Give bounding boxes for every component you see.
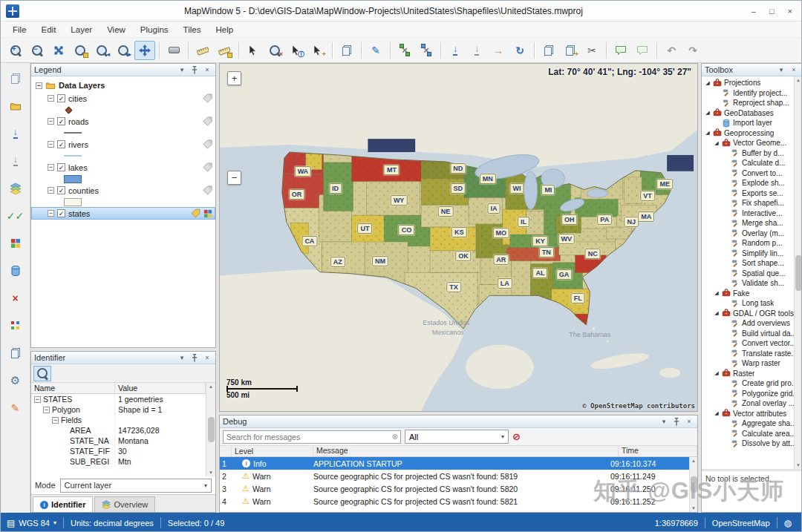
menu-item[interactable]: View: [100, 23, 133, 36]
expander-icon[interactable]: −: [48, 141, 54, 148]
toolbox-item[interactable]: ◢ Long task: [702, 298, 794, 309]
toolbox-item[interactable]: ◢ Build virtual da...: [702, 329, 794, 339]
legend-layer[interactable]: − ✓ lakes: [31, 161, 215, 184]
toolbox-item[interactable]: ◢ Polygonize grid...: [702, 389, 794, 399]
toolbox-item[interactable]: ◢ Import layer: [702, 118, 794, 128]
tag-icon[interactable]: [203, 139, 212, 149]
panel-toggle-icon[interactable]: [7, 70, 24, 87]
toolbox-item[interactable]: ◢ Fake: [702, 289, 794, 299]
close-button[interactable]: ×: [788, 7, 792, 16]
toolbox-item[interactable]: ◢ Random p...: [702, 238, 794, 249]
column-message[interactable]: Message: [313, 446, 619, 456]
menu-item[interactable]: File: [5, 23, 34, 36]
scrollbar[interactable]: ▲▼: [689, 457, 697, 512]
column-header-value[interactable]: Value: [115, 383, 206, 393]
expander-icon[interactable]: −: [36, 82, 42, 89]
tab-overview[interactable]: Overview: [94, 496, 155, 512]
toolbox-item[interactable]: ◢ GDAL / OGR tools: [702, 309, 794, 319]
geometry-edit-icon[interactable]: ×: [416, 41, 437, 60]
redo-icon[interactable]: ↷: [682, 41, 703, 60]
zoom-extents-icon[interactable]: [48, 41, 69, 60]
undo-icon[interactable]: ↶: [661, 41, 682, 60]
validate-layers-icon[interactable]: ✓✓: [7, 208, 24, 224]
expander-icon[interactable]: −: [52, 417, 59, 424]
column-header-name[interactable]: Name: [31, 383, 115, 393]
toolbox-item[interactable]: ◢ Geoprocessing: [702, 128, 794, 139]
expander-icon[interactable]: −: [34, 396, 41, 403]
clear-selection-icon[interactable]: ×: [264, 41, 285, 60]
expand-icon[interactable]: ◢: [714, 140, 720, 146]
toolbox-item[interactable]: ◢ Interactive...: [702, 208, 794, 219]
select-tool-icon[interactable]: [243, 41, 264, 60]
column-time[interactable]: Time: [619, 446, 697, 456]
toolbox-item[interactable]: ◢ Sort shape...: [702, 258, 794, 269]
toolbox-item[interactable]: ◢ Warp raster: [702, 358, 794, 369]
symbology-icon[interactable]: [7, 318, 24, 334]
expander-icon[interactable]: −: [48, 118, 54, 125]
comment-alt-icon[interactable]: [632, 41, 653, 60]
toolbox-item[interactable]: ◢ Calculate d...: [702, 158, 794, 168]
expand-icon[interactable]: ◢: [714, 310, 720, 316]
legend-layer[interactable]: − ✓ rivers: [31, 138, 215, 161]
comment-icon[interactable]: [610, 41, 631, 60]
add-database-icon[interactable]: [7, 263, 24, 279]
basemap-provider[interactable]: OpenStreetMap: [712, 519, 770, 528]
zoom-in-icon[interactable]: +: [5, 41, 26, 60]
layers-icon[interactable]: [7, 180, 24, 197]
toolbox-item[interactable]: ◢ Buffer by d...: [702, 148, 794, 159]
identifier-row[interactable]: − Fields: [31, 415, 206, 425]
vertex-edit-icon[interactable]: ×: [394, 41, 415, 60]
toolbox-item[interactable]: ◢ Projections: [702, 78, 794, 88]
toolbox-item[interactable]: ◢ Dissolve by att...: [702, 439, 794, 449]
refresh-icon[interactable]: ↻: [509, 41, 530, 60]
identifier-row[interactable]: − STATES 1 geometries: [31, 394, 206, 404]
legend-layer[interactable]: − ✓ counties: [31, 184, 215, 207]
toolbox-item[interactable]: ◢ Add overviews: [702, 318, 794, 329]
import-layer-icon[interactable]: ↓: [445, 41, 466, 60]
map-scale[interactable]: 1:36978669: [655, 519, 698, 528]
toolbox-item[interactable]: ◢ Explode sh...: [702, 178, 794, 188]
scrollbar[interactable]: ▲▼: [206, 383, 215, 476]
toolbox-item[interactable]: ◢ Fix shapefi...: [702, 198, 794, 208]
toolbox-item[interactable]: ◢ Simplify lin...: [702, 249, 794, 259]
attribute-table-icon[interactable]: [336, 41, 357, 60]
tag-icon[interactable]: [203, 185, 212, 195]
tab-identifier[interactable]: i Identifier: [33, 496, 93, 512]
zoom-to-layer-icon[interactable]: [70, 41, 91, 60]
menu-item[interactable]: Plugins: [133, 23, 176, 36]
legend-layer[interactable]: − ✓ states: [31, 207, 215, 220]
layer-checkbox[interactable]: ✓: [57, 117, 65, 125]
identifier-row[interactable]: − STATE_FIF 30: [31, 446, 206, 456]
close-panel-icon[interactable]: ×: [684, 417, 694, 427]
clear-search-icon[interactable]: ⊗: [390, 433, 400, 441]
expander-icon[interactable]: −: [48, 164, 54, 171]
toolbox-item[interactable]: ◢ Vector Geome...: [702, 138, 794, 148]
log-row[interactable]: 1 i ⚠ Info APPLICATION STARTUP 09:16:10.…: [220, 457, 689, 470]
layer-checkbox[interactable]: ✓: [57, 140, 65, 148]
close-panel-icon[interactable]: ×: [789, 65, 799, 75]
mode-select[interactable]: Current layer ▾: [60, 479, 212, 493]
toolbox-item[interactable]: ◢ Zonal overlay ...: [702, 398, 794, 409]
toolbox-item[interactable]: ◢ Aggregate sha...: [702, 418, 794, 429]
identify-pointer-button[interactable]: [33, 366, 51, 381]
tag-icon[interactable]: [203, 162, 212, 172]
expand-icon[interactable]: ◢: [705, 110, 711, 116]
toolbox-item[interactable]: ◢ Vector attributes: [702, 409, 794, 419]
open-project-icon[interactable]: [7, 98, 24, 114]
edit-tool-icon[interactable]: ✎: [365, 41, 386, 60]
legend-layer[interactable]: − ✓ roads: [31, 115, 215, 138]
eraser-icon[interactable]: [163, 41, 184, 60]
toolbox-item[interactable]: ◢ Merge sha...: [702, 218, 794, 229]
expander-icon[interactable]: −: [43, 407, 50, 413]
toolbox-item[interactable]: ◢ Overlay (m...: [702, 229, 794, 239]
map-canvas[interactable]: WAMTNDMNORIDSDWIMIMEWYIANEVTMACAUTCOKSMO…: [219, 63, 698, 412]
close-panel-icon[interactable]: ×: [202, 65, 212, 75]
add-group-icon[interactable]: ↓: [7, 153, 24, 169]
copy-layer-icon[interactable]: [7, 345, 24, 361]
layer-checkbox[interactable]: ✓: [57, 186, 65, 194]
remove-layer-icon[interactable]: ×: [7, 290, 24, 306]
column-level[interactable]: Level: [232, 446, 313, 456]
toolbox-item[interactable]: ◢ Convert to...: [702, 168, 794, 179]
zoom-out-icon[interactable]: −: [27, 41, 48, 60]
toolbox-item[interactable]: ◢ Validate sh...: [702, 278, 794, 289]
